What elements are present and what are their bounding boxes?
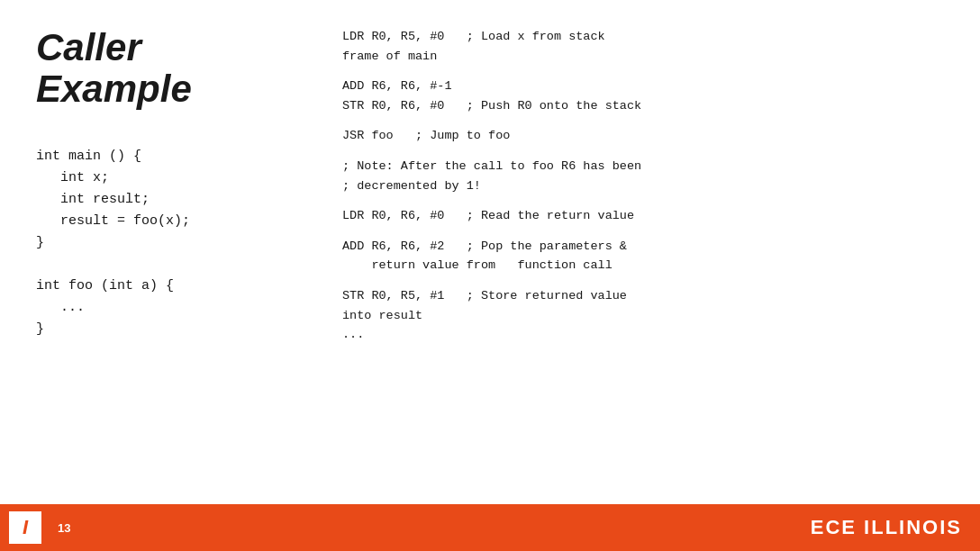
comment-1: LDR R0, R5, #0 ; Load x from stack frame… (342, 27, 944, 66)
main-content: Caller Example int main () { int x; int … (0, 0, 980, 504)
footer-logo: I 13 (9, 511, 70, 544)
comment-5: LDR R0, R6, #0 ; Read the return value (342, 206, 944, 226)
logo-block: I (9, 511, 41, 544)
footer-brand: ECE ILLINOIS (811, 516, 962, 539)
footer: I 13 ECE ILLINOIS (0, 504, 980, 551)
right-panel: LDR R0, R5, #0 ; Load x from stack frame… (324, 27, 944, 486)
comment-4: ; Note: After the call to foo R6 has bee… (342, 157, 944, 195)
comment-2: ADD R6, R6, #-1 STR R0, R6, #0 ; Push R0… (342, 77, 944, 115)
comment-6: ADD R6, R6, #2 ; Pop the parameters & re… (342, 237, 944, 276)
slide-title: Caller Example (36, 27, 297, 110)
logo-letter: I (23, 516, 28, 539)
left-panel: Caller Example int main () { int x; int … (36, 27, 324, 486)
left-code-block: int main () { int x; int result; result … (36, 146, 297, 340)
comment-3: JSR foo ; Jump to foo (342, 126, 944, 146)
slide: Caller Example int main () { int x; int … (0, 0, 980, 551)
comment-7: STR R0, R5, #1 ; Store returned value in… (342, 286, 944, 345)
slide-number: 13 (58, 521, 70, 535)
